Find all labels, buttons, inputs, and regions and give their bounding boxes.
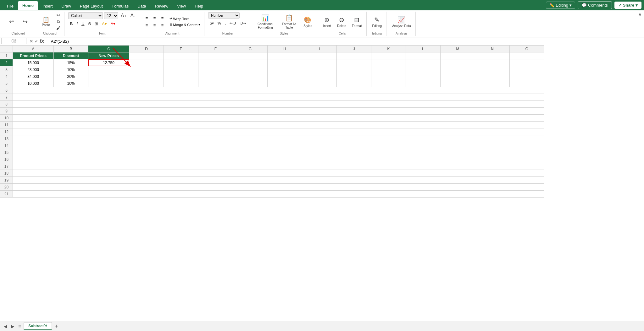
increase-decimal-button[interactable]: .0⇒ [238,20,247,26]
col-header-B[interactable]: B [54,46,88,52]
fill-color-button[interactable]: A▾ [100,21,108,26]
insert-cells-button[interactable]: ⊕ Insert [321,15,333,29]
cell-N1[interactable] [475,52,510,59]
cell-B3[interactable]: 10% [54,66,88,73]
cell-L1[interactable] [406,52,441,59]
cell-I4[interactable] [302,73,337,80]
styles-button[interactable]: 🎨 Styles [302,15,314,29]
cell-N5[interactable] [475,80,510,87]
cell-N4[interactable] [475,73,510,80]
decrease-font-button[interactable]: A- [129,12,136,19]
percent-button[interactable]: % [216,20,223,26]
ribbon-collapse-button[interactable]: ∧ [636,10,644,18]
cell-M4[interactable] [441,73,475,80]
editing-ribbon-button[interactable]: ✎ Editing [370,15,384,29]
col-header-C[interactable]: C [88,46,129,52]
align-top-right-button[interactable]: ≡ [159,15,166,22]
underline-button[interactable]: U [80,21,86,26]
cell-E2[interactable] [164,59,198,66]
font-name-select[interactable]: Calibri [68,12,103,19]
col-header-I[interactable]: I [302,46,337,52]
cell-M1[interactable] [441,52,475,59]
cell-N2[interactable] [475,59,510,66]
cell-G3[interactable] [233,66,268,73]
cell-G4[interactable] [233,73,268,80]
cell-F1[interactable] [198,52,233,59]
cell-D1[interactable] [129,52,164,59]
align-top-left-button[interactable]: ≡ [143,15,151,22]
cell-A3[interactable]: 23.000 [13,66,54,73]
cell-N3[interactable] [475,66,510,73]
cell-F2[interactable] [198,59,233,66]
cell-L5[interactable] [406,80,441,87]
italic-button[interactable]: I [75,21,79,26]
col-header-J[interactable]: J [337,46,371,52]
cell-I3[interactable] [302,66,337,73]
cancel-formula-icon[interactable]: ✕ [30,39,33,44]
tab-help[interactable]: Help [190,2,208,10]
tab-draw[interactable]: Draw [57,2,75,10]
add-sheet-button[interactable]: + [53,323,60,329]
share-button[interactable]: ↗ Share ▾ [614,2,641,9]
tab-page-layout[interactable]: Page Layout [75,2,107,10]
cell-G1[interactable] [233,52,268,59]
cell-F3[interactable] [198,66,233,73]
font-size-select[interactable]: 12 [104,12,118,19]
cell-J4[interactable] [337,73,371,80]
tab-file[interactable]: File [3,2,18,10]
col-header-A[interactable]: A [13,46,54,52]
cell-L3[interactable] [406,66,441,73]
bold-button[interactable]: B [68,21,74,26]
cell-K1[interactable] [371,52,406,59]
sheet-menu-button[interactable]: ≡ [17,323,22,329]
wrap-text-button[interactable]: ↵ Wrap Text [168,16,202,21]
sheet-nav-forward[interactable]: ▶ [10,323,16,329]
cell-B2[interactable]: 15% [54,59,88,66]
cell-E5[interactable] [164,80,198,87]
col-header-O[interactable]: O [510,46,544,52]
cell-J1[interactable] [337,52,371,59]
cell-A2[interactable]: 15.000 [13,59,54,66]
cell-I1[interactable] [302,52,337,59]
cell-B4[interactable]: 20% [54,73,88,80]
cell-D5[interactable] [129,80,164,87]
strikethrough-button[interactable]: S [86,21,92,26]
cell-A1[interactable]: Product Prices [13,52,54,59]
increase-font-button[interactable]: A+ [119,12,128,19]
tab-view[interactable]: View [173,2,190,10]
copy-button[interactable]: ⧉ [55,19,62,25]
cell-M3[interactable] [441,66,475,73]
cell-M5[interactable] [441,80,475,87]
col-header-E[interactable]: E [164,46,198,52]
cell-B5[interactable]: 10% [54,80,88,87]
col-header-F[interactable]: F [198,46,233,52]
cell-K4[interactable] [371,73,406,80]
cell-J5[interactable] [337,80,371,87]
cell-J3[interactable] [337,66,371,73]
cell-C3[interactable] [88,66,129,73]
cell-C2[interactable]: 12.750 [88,59,129,66]
cell-H3[interactable] [268,66,302,73]
cell-F5[interactable] [198,80,233,87]
number-format-select[interactable]: Number [208,12,240,19]
cut-button[interactable]: ✂ [55,12,62,18]
cell-E3[interactable] [164,66,198,73]
comments-button[interactable]: 💬 Comments [578,1,612,9]
cell-H4[interactable] [268,73,302,80]
cell-C5[interactable] [88,80,129,87]
cell-F4[interactable] [198,73,233,80]
cell-D2[interactable] [129,59,164,66]
cell-K3[interactable] [371,66,406,73]
align-right-button[interactable]: ≡ [159,22,166,29]
align-left-button[interactable]: ≡ [143,22,151,29]
align-center-button[interactable]: ≡ [151,22,158,29]
sheet-nav-back[interactable]: ◀ [3,323,8,329]
cell-O2[interactable] [510,59,544,66]
tab-insert[interactable]: Insert [38,2,57,10]
cell-H1[interactable] [268,52,302,59]
col-header-M[interactable]: M [441,46,475,52]
decrease-decimal-button[interactable]: ⇐.0 [228,20,237,26]
sheet-tab-subtract[interactable]: Subtract% [24,322,52,330]
cell-L4[interactable] [406,73,441,80]
format-painter-button[interactable]: 🖌 [55,25,62,31]
